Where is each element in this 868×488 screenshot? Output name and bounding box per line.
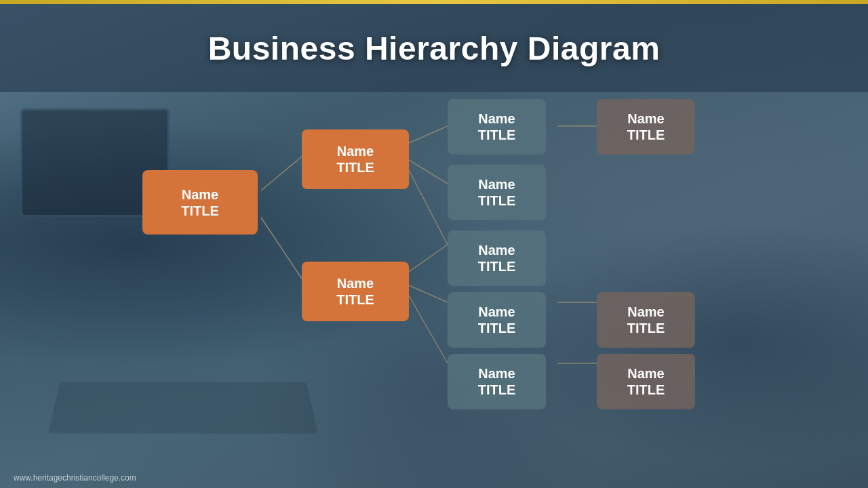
node-teal5[interactable]: Name TITLE [448, 354, 546, 409]
node-mid1[interactable]: Name TITLE [302, 129, 409, 189]
svg-line-0 [261, 157, 302, 190]
svg-line-3 [409, 160, 448, 184]
node-teal3[interactable]: Name TITLE [448, 230, 546, 286]
svg-line-6 [409, 285, 448, 302]
node-gray3[interactable]: Name TITLE [597, 354, 695, 409]
node-gray1[interactable]: Name TITLE [597, 99, 695, 155]
node-teal4[interactable]: Name TITLE [448, 292, 546, 348]
node-root[interactable]: Name TITLE [142, 170, 258, 235]
svg-line-7 [409, 296, 448, 363]
watermark: www.heritagechristiancollege.com [14, 473, 136, 483]
node-mid2[interactable]: Name TITLE [302, 262, 409, 321]
node-teal2[interactable]: Name TITLE [448, 165, 546, 220]
node-teal1[interactable]: Name TITLE [448, 99, 546, 155]
svg-line-5 [409, 245, 448, 272]
diagram-area: Name TITLE Name TITLE Name TITLE Name TI… [0, 92, 868, 468]
header: Business Hierarchy Diagram [0, 4, 868, 92]
node-gray2[interactable]: Name TITLE [597, 292, 695, 348]
connector-lines [0, 92, 868, 488]
svg-line-2 [409, 126, 448, 143]
svg-line-4 [409, 170, 448, 245]
svg-line-1 [261, 218, 302, 279]
page-title: Business Hierarchy Diagram [208, 30, 660, 67]
